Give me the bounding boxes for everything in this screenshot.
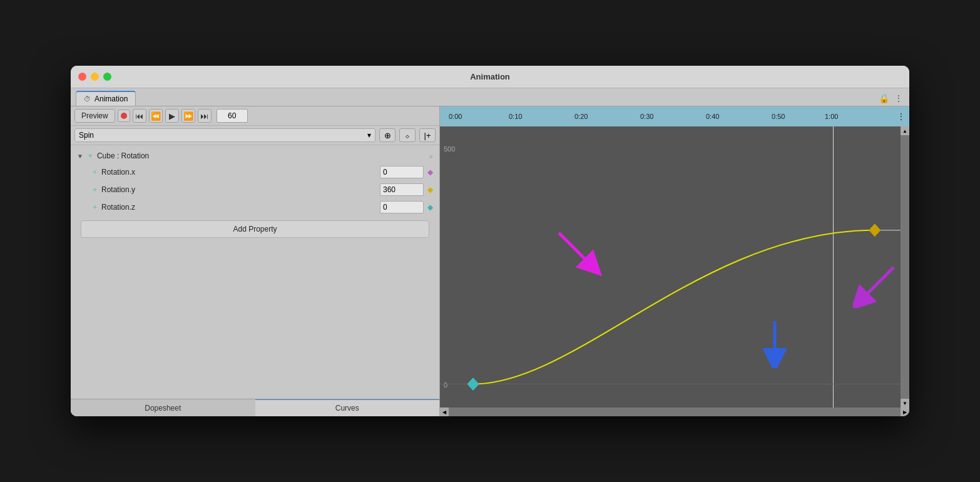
clip-row: Spin ▾ ⊕ ⬦ |+	[71, 126, 439, 145]
curves-area: 500 0	[440, 126, 909, 408]
tick-0-50: 0:50	[772, 113, 785, 120]
rotation-x-icon: ✦	[92, 168, 98, 177]
diamond-tool-button[interactable]: ⬦	[399, 128, 416, 142]
skip-to-start-button[interactable]: ⏮	[133, 109, 146, 123]
tick-0-20: 0:20	[574, 113, 588, 120]
rotation-y-input[interactable]	[380, 183, 424, 196]
scroll-track	[901, 135, 909, 399]
tab-clock-icon: ⏱	[84, 95, 91, 103]
add-key-button[interactable]: |+	[419, 128, 436, 142]
right-panel: 0:00 0:10 0:20 0:30 0:40 0:50 1:00 ⋮ 500…	[440, 106, 909, 416]
rotation-z-icon: ✦	[92, 203, 98, 212]
rotation-z-keyframe-icon[interactable]: ◆	[427, 203, 433, 212]
dropdown-arrow-icon: ▾	[367, 131, 371, 140]
rotation-z-input[interactable]	[380, 201, 424, 213]
group-header: ▼ ✦ Cube : Rotation ⬦	[74, 150, 436, 162]
rotation-x-keyframe-icon[interactable]: ◆	[427, 168, 433, 177]
tab-bar: ⏱ Animation 🔒 ⋮	[71, 88, 909, 106]
window-title: Animation	[470, 72, 510, 81]
clip-dropdown[interactable]: Spin ▾	[74, 128, 375, 142]
horizontal-scrollbar[interactable]: ◀ ▶	[440, 408, 909, 416]
vertical-scrollbar[interactable]: ▲ ▼	[901, 126, 909, 408]
minimize-button[interactable]	[91, 73, 99, 81]
rotation-x-input[interactable]	[380, 166, 424, 178]
rotation-y-row: ✦ Rotation.y ◆	[74, 182, 436, 198]
tick-1-00: 1:00	[825, 113, 838, 120]
scroll-right-button[interactable]: ▶	[901, 408, 909, 416]
overflow-menu-icon[interactable]: ⋮	[894, 93, 903, 103]
toolbar-row: Preview ⏮ ⏪ ▶ ⏩ ⏭	[71, 106, 439, 126]
prev-frame-button[interactable]: ⏪	[149, 109, 163, 123]
clip-name-label: Spin	[79, 131, 94, 140]
tab-label: Animation	[94, 95, 128, 103]
next-frame-button[interactable]: ⏩	[181, 109, 195, 123]
scroll-down-button[interactable]: ▼	[901, 399, 909, 408]
lock-icon[interactable]: 🔒	[879, 93, 889, 103]
add-property-button[interactable]: Add Property	[81, 220, 429, 238]
properties-area: ▼ ✦ Cube : Rotation ⬦ ✦ Rotation.x ◆ ✦ R…	[71, 145, 439, 399]
rotation-y-keyframe-icon[interactable]: ◆	[427, 185, 433, 194]
transform-icon: ✦	[87, 151, 93, 160]
rotation-z-label: Rotation.z	[101, 203, 151, 212]
close-button[interactable]	[78, 73, 86, 81]
group-keyframe-icon[interactable]: ⬦	[429, 151, 433, 160]
rotation-z-row: ✦ Rotation.z ◆	[74, 199, 436, 215]
scroll-track-h	[449, 408, 901, 416]
pin-tool-button[interactable]: ⊕	[379, 128, 396, 142]
svg-marker-2	[869, 224, 880, 236]
left-panel: Preview ⏮ ⏪ ▶ ⏩ ⏭ Spin ▾ ⊕ ⬦ |+	[71, 106, 440, 416]
rotation-x-label: Rotation.x	[101, 168, 151, 177]
rotation-y-icon: ✦	[92, 186, 98, 194]
tick-0-00: 0:00	[449, 113, 462, 120]
curves-tab[interactable]: Curves	[255, 399, 440, 416]
title-bar: Animation	[71, 66, 909, 88]
group-name-label: Cube : Rotation	[97, 151, 149, 160]
collapse-arrow-icon[interactable]: ▼	[77, 153, 83, 160]
rotation-x-row: ✦ Rotation.x ◆	[74, 164, 436, 180]
scroll-left-button[interactable]: ◀	[440, 408, 449, 416]
tick-0-40: 0:40	[706, 113, 719, 120]
animation-window: Animation ⏱ Animation 🔒 ⋮ Preview ⏮ ⏪ ▶	[71, 66, 909, 416]
tick-0-30: 0:30	[640, 113, 653, 120]
timeline-header: 0:00 0:10 0:20 0:30 0:40 0:50 1:00 ⋮	[440, 106, 909, 126]
window-controls	[78, 73, 111, 81]
maximize-button[interactable]	[103, 73, 111, 81]
skip-to-end-button[interactable]: ⏭	[198, 109, 212, 123]
preview-button[interactable]: Preview	[74, 109, 115, 123]
curves-svg	[440, 126, 909, 408]
scroll-up-button[interactable]: ▲	[901, 126, 909, 135]
play-button[interactable]: ▶	[165, 109, 179, 123]
frame-input[interactable]	[217, 109, 248, 123]
bottom-tabs: Dopesheet Curves	[71, 399, 439, 416]
rotation-y-label: Rotation.y	[101, 185, 151, 194]
main-area: Preview ⏮ ⏪ ▶ ⏩ ⏭ Spin ▾ ⊕ ⬦ |+	[71, 106, 909, 416]
record-button[interactable]	[118, 110, 130, 122]
tab-bar-right: 🔒 ⋮	[879, 93, 909, 106]
animation-tab[interactable]: ⏱ Animation	[76, 91, 136, 106]
timeline-menu-icon[interactable]: ⋮	[897, 111, 906, 121]
tick-0-10: 0:10	[509, 113, 522, 120]
record-icon	[121, 113, 127, 119]
dopesheet-tab[interactable]: Dopesheet	[71, 399, 255, 416]
svg-marker-1	[467, 378, 479, 390]
